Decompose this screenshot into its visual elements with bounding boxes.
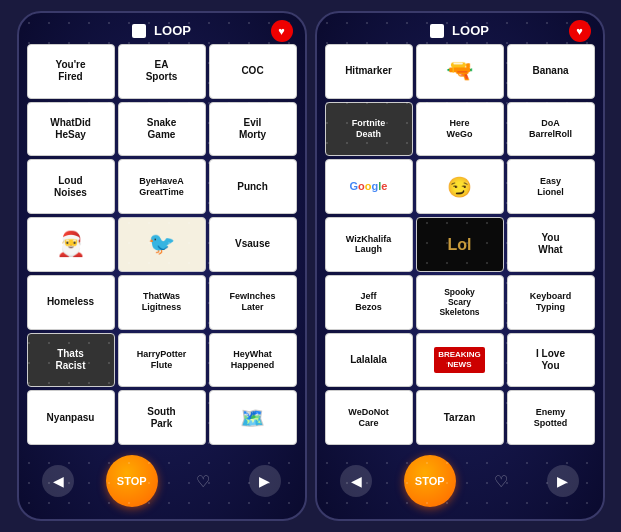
heywhat-happened[interactable]: HeyWhatHappened [209,333,297,388]
heart-btn-right[interactable]: ♥ [569,20,591,42]
i-love-you[interactable]: I LoveYou [507,333,595,388]
world-map-cell[interactable]: 🗺️ [209,390,297,445]
enemy-spotted[interactable]: EnemySpotted [507,390,595,445]
punch[interactable]: Punch [209,159,297,214]
south-park[interactable]: SouthPark [118,390,206,445]
top-bar-right: LOOP ♥ [325,23,595,38]
loop-label-right: LOOP [452,23,489,38]
hitmarker[interactable]: Hitmarker [325,44,413,99]
grid-right: Hitmarker 🔫 Banana FortniteDeath HereWeG… [325,44,595,445]
top-bar-left: LOOP ♥ [27,23,297,38]
easy-lionel[interactable]: EasyLionel [507,159,595,214]
lalalala[interactable]: Lalalala [325,333,413,388]
phone-left: LOOP ♥ You'reFired EASports COC WhatDidH… [17,11,307,521]
evil-morty[interactable]: EvilMorty [209,102,297,157]
wizkhalifa-laugh[interactable]: WizKhalifaLaugh [325,217,413,272]
youre-fired[interactable]: You'reFired [27,44,115,99]
bird-cell[interactable]: 🐦 [118,217,206,272]
banana[interactable]: Banana [507,44,595,99]
next-btn-left[interactable] [249,465,281,497]
vsause[interactable]: Vsause [209,217,297,272]
santa-cell[interactable]: 🎅 [27,217,115,272]
grid-left: You'reFired EASports COC WhatDidHeSay Sn… [27,44,297,445]
loop-checkbox-right[interactable] [430,24,444,38]
you-what[interactable]: YouWhat [507,217,595,272]
wedonot-care[interactable]: WeDoNotCare [325,390,413,445]
thatwas-ligitness[interactable]: ThatWasLigitness [118,275,206,330]
snake-game[interactable]: SnakeGame [118,102,206,157]
app-container: LOOP ♥ You'reFired EASports COC WhatDidH… [7,1,615,531]
doa-barrelroll[interactable]: DoABarrelRoll [507,102,595,157]
prev-btn-left[interactable] [42,465,74,497]
phone-right: LOOP ♥ Hitmarker 🔫 Banana FortniteDeath … [315,11,605,521]
jeff-bezos[interactable]: JeffBezos [325,275,413,330]
loop-checkbox-left[interactable] [132,24,146,38]
loud-noises[interactable]: LoudNoises [27,159,115,214]
here-wego[interactable]: HereWeGo [416,102,504,157]
fewinches-later[interactable]: FewInchesLater [209,275,297,330]
loop-label-left: LOOP [154,23,191,38]
stop-btn-left[interactable]: STOP [106,455,158,507]
ea-sports[interactable]: EASports [118,44,206,99]
heart-btn-left[interactable]: ♥ [271,20,293,42]
nyanpasu[interactable]: Nyanpasu [27,390,115,445]
byehave-agreattime[interactable]: ByeHaveAGreatTime [118,159,206,214]
tarzan[interactable]: Tarzan [416,390,504,445]
google-cell[interactable]: Google [325,159,413,214]
whatdid-hesay[interactable]: WhatDidHeSay [27,102,115,157]
heart-outline-left[interactable]: ♡ [189,467,217,495]
fortnite-death[interactable]: FortniteDeath [325,102,413,157]
stop-btn-right[interactable]: STOP [404,455,456,507]
bottom-bar-right: STOP ♡ [325,451,595,511]
spooky-scary-skeletons[interactable]: SpookyScarySkeletons [416,275,504,330]
lol-cell[interactable]: Lol [416,217,504,272]
coc[interactable]: COC [209,44,297,99]
harrypotter-flute[interactable]: HarryPotterFlute [118,333,206,388]
breaking-news-badge: BREAKINGNEWS [434,347,485,374]
next-btn-right[interactable] [547,465,579,497]
bottom-bar-left: STOP ♡ [27,451,297,511]
homeless[interactable]: Homeless [27,275,115,330]
gun-cell[interactable]: 🔫 [416,44,504,99]
breaking-news-cell[interactable]: BREAKINGNEWS [416,333,504,388]
troll-face-cell[interactable]: 😏 [416,159,504,214]
thats-racist[interactable]: ThatsRacist [27,333,115,388]
prev-btn-right[interactable] [340,465,372,497]
heart-outline-right[interactable]: ♡ [487,467,515,495]
keyboard-typing[interactable]: KeyboardTyping [507,275,595,330]
